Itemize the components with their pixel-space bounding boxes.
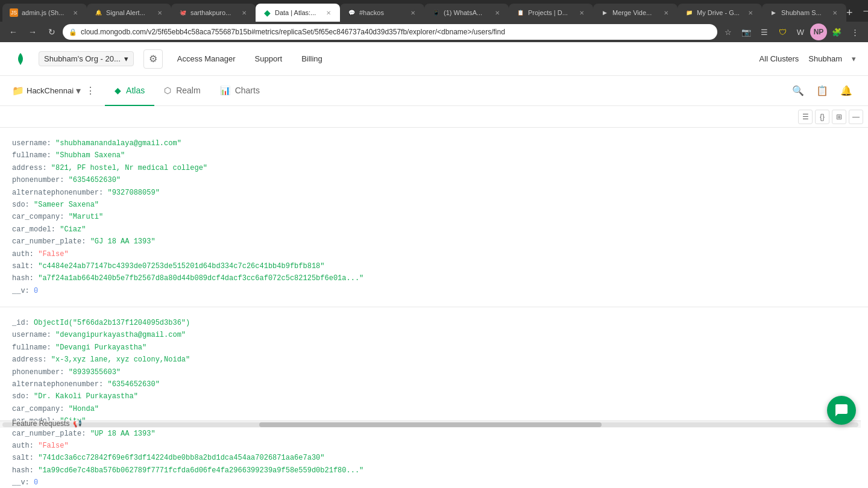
user-dropdown-icon[interactable]: ▾: [852, 54, 856, 63]
secondary-nav: 📁 HackChennai ▾ ⋮ ◆ Atlas ⬡ Realm 📊 Char…: [0, 76, 868, 106]
doc1-sdo: sdo: "Sameer Saxena": [12, 199, 856, 211]
doc1-car-plate: car_number_plate: "GJ 18 AA 1393": [12, 236, 856, 248]
tab-favicon-9: 📁: [685, 8, 693, 17]
tab-favicon-2: 🔔: [94, 8, 102, 17]
doc2-altphone: alternatephonenumber: "6354652630": [12, 378, 856, 390]
search-icon-btn[interactable]: 🔍: [788, 81, 808, 101]
browser-tab-7[interactable]: 📋 Projects | D... ✕: [509, 4, 593, 22]
scrollbar-thumb[interactable]: [259, 422, 602, 427]
address-bar[interactable]: 🔒 cloud.mongodb.com/v2/5f65ebb4c58aca755…: [63, 24, 717, 40]
doc2-car-company: car_company: "Honda": [12, 403, 856, 415]
view-more-btn[interactable]: —: [849, 110, 863, 124]
support-link[interactable]: Support: [250, 52, 288, 66]
browser-tab-3[interactable]: 🐙 sarthakpuro... ✕: [171, 4, 256, 22]
bell-icon-btn[interactable]: 🔔: [837, 81, 856, 101]
browser-tab-2[interactable]: 🔔 Signal Alert... ✕: [87, 4, 171, 22]
access-manager-link[interactable]: Access Manager: [172, 52, 241, 66]
realm-tab-icon: ⬡: [164, 86, 171, 95]
main-content: ☰ {} ⊞ — username: "shubhamanandalaya@gm…: [0, 106, 868, 488]
chat-button[interactable]: [827, 396, 856, 425]
project-more-button[interactable]: ⋮: [83, 84, 98, 98]
view-json-btn[interactable]: {}: [815, 110, 829, 124]
tab-close-7[interactable]: ✕: [577, 8, 586, 17]
browser-tabs: JS admin.js (Sh... ✕ 🔔 Signal Alert... ✕…: [0, 0, 868, 22]
tab-close-8[interactable]: ✕: [662, 8, 670, 17]
doc1-username: username: "shubhamanandalaya@gmail.com": [12, 137, 856, 149]
browser-tab-5[interactable]: 💬 #hackos ✕: [340, 4, 424, 22]
doc1-v: __v: 0: [12, 285, 856, 297]
tab-close-5[interactable]: ✕: [409, 8, 417, 17]
tab-favicon-1: JS: [10, 8, 18, 17]
tab-close-10[interactable]: ✕: [831, 8, 839, 17]
tab-title-7: Projects | D...: [528, 9, 574, 16]
view-table-btn[interactable]: ⊞: [832, 110, 846, 124]
mongodb-logo: [12, 51, 29, 67]
window-controls: ─ □ ✕: [853, 0, 868, 22]
tab-title-3: sarthakpuro...: [190, 9, 236, 16]
bookmark-star-icon[interactable]: ☆: [720, 23, 737, 40]
browser-tab-4[interactable]: ◆ Data | Atlas:... ✕: [256, 4, 340, 22]
back-button[interactable]: ←: [5, 23, 22, 40]
tab-close-4[interactable]: ✕: [324, 8, 333, 17]
horizontal-scrollbar[interactable]: [0, 421, 861, 428]
all-clusters-link[interactable]: All Clusters: [760, 54, 799, 63]
browser-tab-9[interactable]: 📁 My Drive - G... ✕: [678, 4, 762, 22]
tab-realm[interactable]: ⬡ Realm: [154, 76, 210, 106]
browser-profile[interactable]: NP: [810, 23, 827, 40]
norton-icon[interactable]: 🛡: [774, 23, 791, 40]
url-text: cloud.mongodb.com/v2/5f65ebb4c58aca75568…: [81, 28, 711, 36]
leaf-icon: [13, 52, 28, 66]
refresh-button[interactable]: ↻: [43, 23, 60, 40]
doc2-address: address: "x-3,xyz lane, xyz colony,Noida…: [12, 354, 856, 366]
tab-charts[interactable]: 📊 Charts: [210, 76, 269, 106]
doc1-hash: hash: "a7f24a1ab664b240b5e7fb2567d8a80d4…: [12, 272, 856, 284]
project-area: 📁 HackChennai ▾: [12, 85, 81, 96]
feature-requests[interactable]: Feature Requests 📢: [12, 419, 82, 428]
tab-favicon-4: ◆: [263, 8, 271, 17]
org-selector[interactable]: Shubham's Org - 20... ▾: [39, 51, 134, 66]
screenshot-icon[interactable]: 📷: [738, 23, 755, 40]
browser-tab-8[interactable]: ▶ Merge Vide... ✕: [593, 4, 678, 22]
browser-tab-6[interactable]: 📱 (1) WhatsA... ✕: [424, 4, 509, 22]
minimize-button[interactable]: ─: [853, 0, 868, 22]
tab-title-8: Merge Vide...: [612, 9, 658, 16]
browser-tab-1[interactable]: JS admin.js (Sh... ✕: [2, 4, 87, 22]
doc2-phonenumber: phonenumber: "8939355603": [12, 366, 856, 378]
tab-close-1[interactable]: ✕: [71, 8, 80, 17]
chat-icon: [834, 403, 849, 418]
tab-atlas[interactable]: ◆ Atlas: [105, 76, 154, 106]
doc2-v: __v: 0: [12, 477, 856, 488]
tab-close-3[interactable]: ✕: [240, 8, 248, 17]
new-tab-button[interactable]: +: [846, 4, 853, 22]
user-menu[interactable]: Shubham: [808, 54, 842, 63]
atlas-tab-icon: ◆: [115, 86, 121, 95]
tab-favicon-5: 💬: [347, 8, 356, 17]
view-list-btn[interactable]: ☰: [798, 110, 813, 124]
project-dropdown-icon[interactable]: ▾: [76, 85, 81, 96]
tab-favicon-6: 📱: [432, 8, 440, 17]
reader-mode-icon[interactable]: ☰: [756, 23, 773, 40]
menu-icon[interactable]: ⋮: [846, 23, 863, 40]
mongodb-atlas-app: Shubham's Org - 20... ▾ ⚙ Access Manager…: [0, 42, 868, 488]
extensions-icon[interactable]: 🧩: [828, 23, 845, 40]
document-record-2: _id: ObjectId("5f66da2b137f1204095d3b36"…: [0, 307, 868, 488]
tab-close-9[interactable]: ✕: [746, 8, 755, 17]
wallet-icon[interactable]: W: [792, 23, 809, 40]
nav-tabs: ◆ Atlas ⬡ Realm 📊 Charts: [105, 76, 269, 106]
activity-icon-btn[interactable]: 📋: [813, 81, 832, 101]
doc2-fullname: fullname: "Devangi Purkayastha": [12, 342, 856, 354]
tab-close-6[interactable]: ✕: [493, 8, 502, 17]
billing-link[interactable]: Billing: [297, 52, 327, 66]
tab-favicon-10: ▶: [769, 8, 778, 17]
tab-close-2[interactable]: ✕: [156, 8, 164, 17]
tab-title-10: Shubham S...: [781, 9, 827, 16]
doc2-username: username: "devangipurkayastha@gmail.com": [12, 329, 856, 341]
browser-tab-10[interactable]: ▶ Shubham S... ✕: [762, 4, 846, 22]
document-record-1: username: "shubhamanandalaya@gmail.com" …: [0, 128, 868, 307]
tab-title-2: Signal Alert...: [106, 9, 152, 16]
data-panel: ☰ {} ⊞ — username: "shubhamanandalaya@gm…: [0, 106, 868, 488]
security-icon: 🔒: [69, 28, 77, 36]
tab-title-5: #hackos: [359, 9, 405, 16]
org-settings-button[interactable]: ⚙: [143, 49, 163, 69]
forward-button[interactable]: →: [24, 23, 41, 40]
